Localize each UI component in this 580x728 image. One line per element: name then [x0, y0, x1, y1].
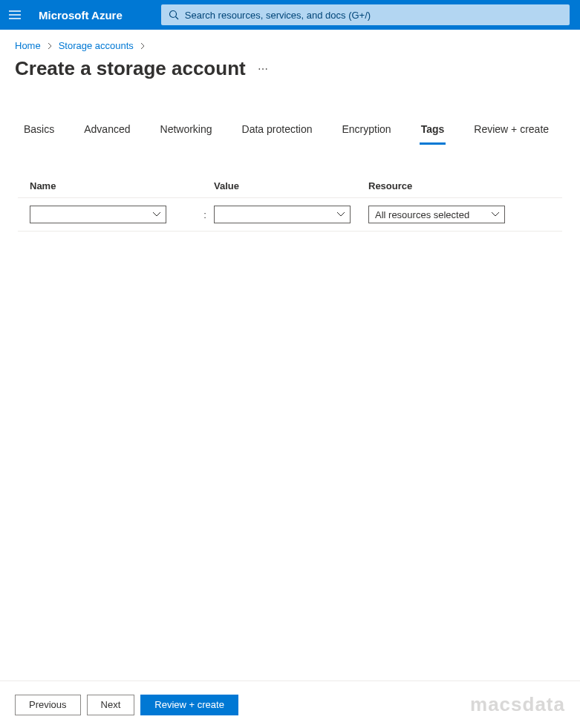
chevron-right-icon [140, 43, 146, 49]
tag-row: : All resources selected [18, 198, 562, 232]
tag-resource-combobox[interactable]: All resources selected [368, 206, 505, 223]
top-header: Microsoft Azure [0, 0, 580, 30]
tags-header-row: Name Value Resource [18, 174, 562, 198]
breadcrumb: Home Storage accounts [0, 30, 580, 54]
tag-value-combobox[interactable] [214, 206, 351, 223]
wizard-tabs: Basics Advanced Networking Data protecti… [0, 117, 580, 145]
more-actions-icon[interactable]: ⋯ [258, 63, 269, 75]
previous-button[interactable]: Previous [15, 695, 81, 715]
tab-tags[interactable]: Tags [420, 117, 446, 145]
column-header-name: Name [30, 180, 196, 191]
tab-advanced[interactable]: Advanced [82, 117, 131, 145]
search-icon [169, 10, 179, 20]
colon-separator: : [196, 209, 214, 220]
tab-data-protection[interactable]: Data protection [241, 117, 314, 145]
tag-resource-value: All resources selected [375, 209, 469, 220]
page-title: Create a storage account [15, 57, 246, 80]
brand-title: Microsoft Azure [39, 9, 123, 22]
chevron-down-icon [336, 211, 345, 217]
watermark-text: macsdata [470, 693, 565, 716]
page-title-bar: Create a storage account ⋯ [0, 54, 580, 95]
tab-review-create[interactable]: Review + create [472, 117, 550, 145]
breadcrumb-home[interactable]: Home [15, 40, 41, 51]
tag-name-combobox[interactable] [30, 206, 166, 223]
next-button[interactable]: Next [87, 695, 135, 715]
column-header-value: Value [214, 180, 368, 191]
hamburger-menu-icon[interactable] [6, 6, 24, 24]
chevron-right-icon [47, 43, 53, 49]
svg-point-0 [169, 11, 176, 18]
svg-line-1 [175, 17, 178, 20]
global-search[interactable] [161, 4, 570, 25]
tab-networking[interactable]: Networking [159, 117, 214, 145]
breadcrumb-storage-accounts[interactable]: Storage accounts [59, 40, 134, 51]
column-header-resource: Resource [368, 180, 550, 191]
chevron-down-icon [152, 211, 161, 217]
tab-encryption[interactable]: Encryption [341, 117, 393, 145]
review-create-button[interactable]: Review + create [140, 695, 238, 715]
tags-section: Name Value Resource : All resourc [0, 145, 580, 232]
search-input[interactable] [185, 10, 562, 21]
wizard-footer: Previous Next Review + create macsdata [0, 681, 580, 728]
chevron-down-icon [491, 211, 500, 217]
tab-basics[interactable]: Basics [22, 117, 56, 145]
